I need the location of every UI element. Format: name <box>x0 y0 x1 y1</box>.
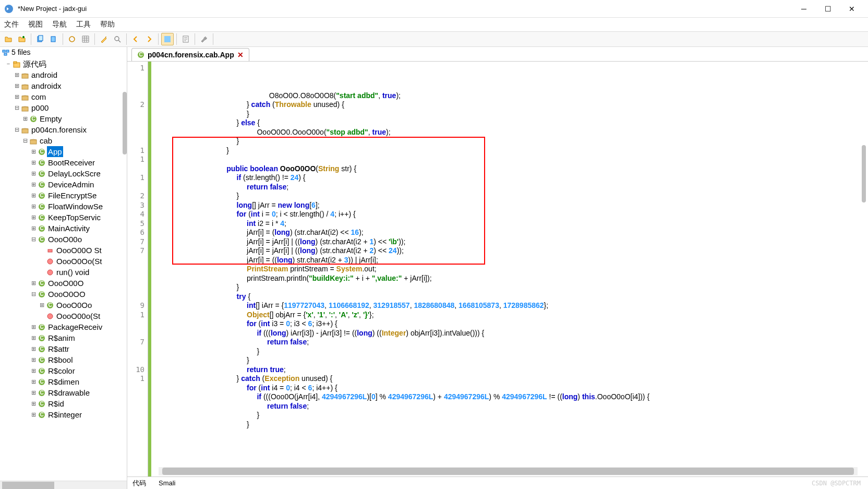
expand-icon[interactable]: ⊞ <box>30 279 37 287</box>
tree-item[interactable]: ⊞androidx <box>1 80 127 91</box>
menu-help[interactable]: 帮助 <box>100 20 115 29</box>
tree-item[interactable]: ⊞CR$attr <box>1 343 127 354</box>
code-viewer[interactable]: 1 2 11 1 2345677 91 7 101 O8oO0O.O8oO0O8… <box>127 62 868 476</box>
expand-icon[interactable]: ⊞ <box>30 411 37 419</box>
tree-item-label: R$color <box>47 365 76 376</box>
expand-icon[interactable]: ⊞ <box>30 389 37 397</box>
tree-item[interactable]: ⊞CR$bool <box>1 354 127 365</box>
tree-item[interactable]: ⊟cab <box>1 135 127 146</box>
tree-item[interactable]: ⊞CDeviceAdmin <box>1 179 127 190</box>
expand-icon[interactable]: ⊞ <box>39 301 45 309</box>
tree-item[interactable]: ⊞CPackageReceiv <box>1 321 127 332</box>
tab-code[interactable]: 代码 <box>132 479 146 488</box>
tree-item[interactable]: ⊞android <box>1 69 127 80</box>
tree-srcroot[interactable]: − 源代码 <box>1 58 127 69</box>
expand-icon[interactable]: ⊟ <box>30 290 37 298</box>
tree-hscroll[interactable] <box>0 481 127 489</box>
add-file-icon[interactable] <box>16 33 28 45</box>
tab-smali[interactable]: Smali <box>159 479 176 487</box>
zoom-icon[interactable] <box>111 33 124 45</box>
expand-icon[interactable]: ⊞ <box>30 213 37 221</box>
expand-icon[interactable]: ⊞ <box>30 170 37 177</box>
wrench-icon[interactable] <box>198 33 210 45</box>
tree-vscroll[interactable] <box>123 92 127 259</box>
expand-icon[interactable]: ⊞ <box>30 202 37 210</box>
tree-item[interactable]: ⊟p000 <box>1 102 127 113</box>
tree-item-label: OooO00o <box>47 234 83 245</box>
tree-item[interactable]: ⊞CKeepTopServic <box>1 212 127 223</box>
expand-icon[interactable]: ⊞ <box>30 367 37 375</box>
code-hscroll[interactable] <box>159 467 858 475</box>
tree-item[interactable]: ⊞CR$color <box>1 365 127 376</box>
tree-item[interactable]: ⊞CFileEncryptSe <box>1 190 127 201</box>
highlight-icon[interactable] <box>161 33 174 45</box>
wand-icon[interactable] <box>98 33 110 45</box>
expand-icon[interactable]: ⊟ <box>14 104 20 112</box>
tree-item[interactable]: ⊞COooO00O <box>1 278 127 289</box>
forward-icon[interactable] <box>143 33 155 45</box>
tree-item[interactable]: ⊞COooO0Oo <box>1 300 127 311</box>
tab-close-icon[interactable]: ✕ <box>237 51 244 59</box>
expand-icon[interactable]: ⊟ <box>30 235 37 243</box>
expand-icon[interactable]: ⊞ <box>30 159 37 166</box>
tree-item[interactable]: ⊞com <box>1 91 127 102</box>
tree-item[interactable]: ⊞CEmpty <box>1 113 127 124</box>
menu-file[interactable]: 文件 <box>4 20 19 29</box>
expand-icon[interactable]: ⊞ <box>30 224 37 232</box>
tree-item[interactable]: ⊞CFloatWindowSe <box>1 201 127 212</box>
tree-item[interactable]: OooO00o(St <box>1 311 127 321</box>
tree-item[interactable]: ⊞CDelayLockScre <box>1 168 127 179</box>
minimize-button[interactable]: ─ <box>792 1 816 17</box>
tree-item[interactable]: ⊞CR$drawable <box>1 387 127 398</box>
back-icon[interactable] <box>129 33 142 45</box>
expand-icon[interactable]: ⊞ <box>30 334 37 342</box>
expand-icon[interactable]: ⊞ <box>30 192 37 199</box>
expand-icon[interactable]: ⊞ <box>22 115 28 123</box>
tree-root[interactable]: 5 files <box>0 47 127 57</box>
tree-item[interactable]: ⊞CR$anim <box>1 332 127 343</box>
tree-item[interactable]: ⊟p004cn.forensix <box>1 124 127 135</box>
menu-nav[interactable]: 导航 <box>52 20 67 29</box>
expand-icon[interactable]: ⊞ <box>30 148 37 156</box>
grid-icon[interactable] <box>79 33 92 45</box>
tree-item[interactable]: ⊞CR$id <box>1 398 127 409</box>
app-icon <box>4 4 14 14</box>
tree-item[interactable]: ⊞CBootReceiver <box>1 157 127 168</box>
expand-icon[interactable]: ⊟ <box>22 137 28 145</box>
tree-item[interactable]: ⊞CApp <box>1 146 127 157</box>
expand-icon[interactable]: ⊞ <box>30 356 37 364</box>
expand-icon[interactable]: ⊞ <box>14 93 20 101</box>
maximize-button[interactable]: ☐ <box>816 1 840 17</box>
tree-item[interactable]: OooO00O St <box>1 245 127 256</box>
tree-item[interactable]: ⊟COooO00o <box>1 234 127 245</box>
open-file-icon[interactable] <box>2 33 15 45</box>
tree-item-label: R$bool <box>47 354 74 365</box>
paste-icon[interactable] <box>47 33 60 45</box>
tree[interactable]: − 源代码 ⊞android⊞androidx⊞com⊟p000⊞CEmpty⊟… <box>0 57 127 481</box>
tree-item[interactable]: ⊟COooO0OO <box>1 289 127 300</box>
tree-item-label: KeepTopServic <box>47 212 102 223</box>
tree-item[interactable]: OooO0Oo(St <box>1 256 127 267</box>
code-text[interactable]: O8oO0O.O8oO0O8("start adbd", true); } ca… <box>151 62 868 476</box>
tree-item[interactable]: run() void <box>1 267 127 278</box>
doc-icon[interactable] <box>179 33 192 45</box>
close-button[interactable]: ✕ <box>840 1 864 17</box>
tree-item[interactable]: ⊞CR$dimen <box>1 376 127 387</box>
menu-view[interactable]: 视图 <box>28 20 43 29</box>
expand-icon[interactable]: ⊞ <box>30 378 37 386</box>
sync-icon[interactable] <box>66 33 78 45</box>
expand-icon[interactable]: ⊞ <box>30 323 37 331</box>
tab-app[interactable]: C p004cn.forensix.cab.App ✕ <box>131 48 249 61</box>
code-vscroll[interactable] <box>862 109 866 255</box>
copy-icon[interactable] <box>34 33 46 45</box>
expand-icon[interactable]: ⊞ <box>30 181 37 188</box>
expand-icon[interactable]: ⊞ <box>30 345 37 353</box>
expand-icon[interactable]: ⊞ <box>14 71 20 79</box>
expand-icon[interactable]: ⊞ <box>30 400 37 408</box>
expand-icon[interactable]: ⊟ <box>14 126 20 134</box>
menu-tools[interactable]: 工具 <box>76 20 91 29</box>
tree-item[interactable]: ⊞CR$integer <box>1 409 127 420</box>
expand-icon[interactable]: ⊞ <box>14 82 20 90</box>
tree-item[interactable]: ⊞CMainActivity <box>1 223 127 234</box>
tree-item-label: OooO0Oo <box>55 300 93 311</box>
